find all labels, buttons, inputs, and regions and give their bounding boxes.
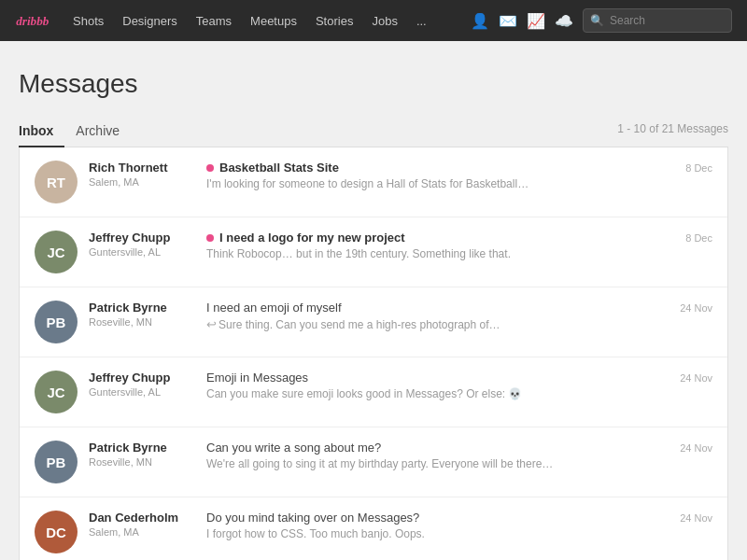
nav-more[interactable]: ... — [409, 10, 434, 32]
sender-location: Roseville, MN — [89, 316, 191, 328]
message-date: 8 Dec — [674, 231, 712, 244]
nav-teams[interactable]: Teams — [189, 10, 239, 32]
page-title: Messages — [19, 69, 728, 99]
message-body: Can you write a song about me? We're all… — [199, 441, 669, 470]
message-subject-wrap: I need an emoji of myself — [206, 301, 669, 315]
sender-info: Rich Thornett Salem, MA — [78, 161, 199, 188]
message-subject-wrap: Emoji in Messages — [206, 371, 669, 385]
dribbble-logo[interactable]: dribbble — [15, 7, 49, 34]
message-preview: We're all going to sing it at my birthda… — [206, 457, 599, 470]
sender-info: Jeffrey Chupp Guntersville, AL — [78, 231, 199, 258]
sender-name: Patrick Byrne — [89, 441, 191, 455]
nav-meetups[interactable]: Meetups — [243, 10, 304, 32]
main-content: Messages Inbox Archive 1 - 10 of 21 Mess… — [0, 41, 747, 560]
message-subject-wrap: Basketball Stats Site — [206, 161, 674, 175]
message-subject: Do you mind taking over on Messages? — [206, 511, 419, 525]
message-date: 24 Nov — [669, 371, 712, 384]
message-preview: Think Robocop… but in the 19th century. … — [206, 247, 599, 260]
sender-location: Salem, MA — [89, 176, 191, 188]
message-row[interactable]: RT Rich Thornett Salem, MA Basketball St… — [20, 147, 727, 217]
message-body: Emoji in Messages Can you make sure emoj… — [199, 371, 669, 400]
unread-dot — [206, 234, 214, 242]
message-row[interactable]: PB Patrick Byrne Roseville, MN Can you w… — [20, 427, 727, 497]
message-row[interactable]: JC Jeffrey Chupp Guntersville, AL I need… — [20, 217, 727, 287]
nav-icons: 👤 ✉️ 📈 ☁️ — [471, 12, 573, 30]
search-input[interactable] — [583, 8, 732, 33]
message-body: Basketball Stats Site I'm looking for so… — [199, 161, 674, 190]
avatar: PB — [35, 441, 78, 483]
person-icon[interactable]: 👤 — [471, 12, 489, 30]
message-preview: Can you make sure emoji looks good in Me… — [206, 387, 599, 400]
avatar: RT — [35, 161, 78, 203]
message-date: 8 Dec — [674, 161, 712, 174]
sender-info: Dan Cederholm Salem, MA — [78, 511, 199, 538]
nav-shots[interactable]: Shots — [65, 10, 111, 32]
message-subject: Emoji in Messages — [206, 371, 308, 385]
message-row[interactable]: DC Dan Cederholm Salem, MA Do you mind t… — [20, 497, 727, 560]
sender-location: Salem, MA — [89, 526, 191, 538]
sender-name: Dan Cederholm — [89, 511, 191, 525]
avatar: DC — [35, 511, 78, 553]
sender-name: Jeffrey Chupp — [89, 371, 191, 385]
sender-info: Jeffrey Chupp Guntersville, AL — [78, 371, 199, 398]
message-subject: I need an emoji of myself — [206, 301, 342, 315]
message-date: 24 Nov — [669, 441, 712, 454]
message-subject-wrap: Do you mind taking over on Messages? — [206, 511, 669, 525]
message-date: 24 Nov — [669, 511, 712, 524]
sender-location: Guntersville, AL — [89, 246, 191, 258]
message-row[interactable]: PB Patrick Byrne Roseville, MN I need an… — [20, 287, 727, 357]
message-body: I need an emoji of myself ↩Sure thing. C… — [199, 301, 669, 331]
nav-stories[interactable]: Stories — [308, 10, 360, 32]
message-subject: Can you write a song about me? — [206, 441, 381, 455]
search-wrapper: 🔍 — [583, 8, 732, 33]
message-date: 24 Nov — [669, 301, 712, 314]
message-preview: I forgot how to CSS. Too much banjo. Oop… — [206, 527, 599, 540]
avatar: JC — [35, 231, 78, 273]
tab-archive[interactable]: Archive — [64, 118, 131, 147]
nav-jobs[interactable]: Jobs — [364, 10, 404, 32]
tabs-bar: Inbox Archive 1 - 10 of 21 Messages — [19, 118, 728, 147]
message-subject: Basketball Stats Site — [219, 161, 339, 175]
sender-location: Guntersville, AL — [89, 386, 191, 398]
avatar: JC — [35, 371, 78, 413]
messages-count: 1 - 10 of 21 Messages — [617, 122, 728, 143]
message-subject-wrap: I need a logo for my new project — [206, 231, 674, 245]
activity-icon[interactable]: 📈 — [527, 12, 545, 30]
tabs-left: Inbox Archive — [19, 118, 131, 147]
message-subject-wrap: Can you write a song about me? — [206, 441, 669, 455]
sender-name: Patrick Byrne — [89, 301, 191, 315]
sender-name: Rich Thornett — [89, 161, 191, 175]
messages-list: RT Rich Thornett Salem, MA Basketball St… — [19, 147, 728, 560]
message-row[interactable]: JC Jeffrey Chupp Guntersville, AL Emoji … — [20, 357, 727, 427]
sender-info: Patrick Byrne Roseville, MN — [78, 441, 199, 468]
avatar: PB — [35, 301, 78, 343]
message-body: I need a logo for my new project Think R… — [199, 231, 674, 260]
nav-links: Shots Designers Teams Meetups Stories Jo… — [65, 10, 471, 32]
nav-designers[interactable]: Designers — [115, 10, 185, 32]
message-preview: ↩Sure thing. Can you send me a high-res … — [206, 317, 599, 331]
main-nav: dribbble Shots Designers Teams Meetups S… — [0, 0, 747, 41]
message-preview: I'm looking for someone to design a Hall… — [206, 177, 599, 190]
message-body: Do you mind taking over on Messages? I f… — [199, 511, 669, 540]
svg-text:dribbble: dribbble — [16, 14, 49, 28]
sender-info: Patrick Byrne Roseville, MN — [78, 301, 199, 328]
mail-icon[interactable]: ✉️ — [499, 12, 517, 30]
upload-icon[interactable]: ☁️ — [555, 12, 573, 30]
sender-location: Roseville, MN — [89, 456, 191, 468]
unread-dot — [206, 164, 214, 172]
sender-name: Jeffrey Chupp — [89, 231, 191, 245]
tab-inbox[interactable]: Inbox — [19, 118, 64, 147]
message-subject: I need a logo for my new project — [219, 231, 405, 245]
